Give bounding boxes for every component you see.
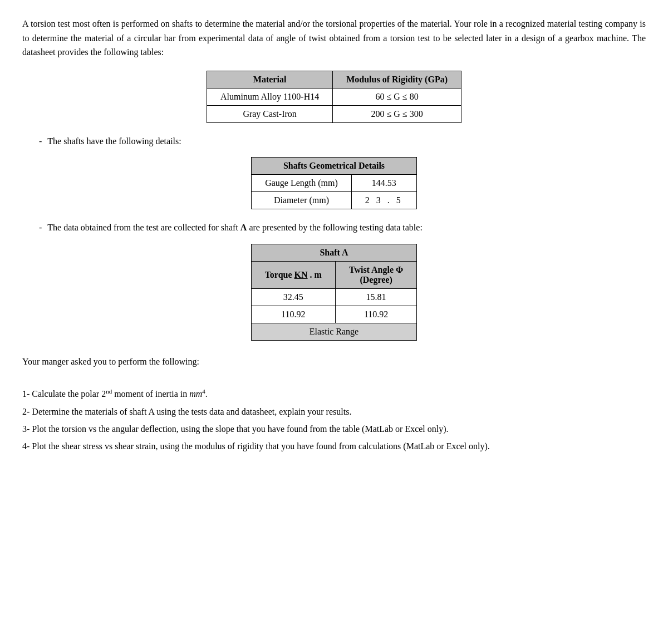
table-row: Diameter (mm) 2 3 . 5 — [252, 192, 417, 209]
material-cell: Aluminum Alloy 1100-H14 — [207, 88, 333, 105]
property-cell: Diameter (mm) — [252, 192, 352, 209]
question-4: 4- Plot the shear stress vs shear strain… — [22, 439, 646, 454]
material-col-header: Material — [207, 71, 333, 88]
intro-paragraph: A torsion test most often is performed o… — [22, 17, 646, 60]
shafts-table-header: Shafts Geometrical Details — [252, 158, 417, 175]
questions-intro: Your manger asked you to perform the fol… — [22, 354, 646, 369]
shafts-intro-text: The shafts have the following details: — [47, 134, 181, 149]
angle-cell: 15.81 — [335, 288, 416, 306]
shafts-table: Shafts Geometrical Details Gauge Length … — [251, 157, 417, 209]
table-row: Gray Cast-Iron 200 ≤ G ≤ 300 — [207, 105, 461, 122]
modulus-cell: 200 ≤ G ≤ 300 — [333, 105, 461, 122]
torque-cell: 32.45 — [251, 288, 335, 306]
shaft-a-table: Shaft A Torque KN . m Twist Angle Φ (Deg… — [251, 244, 418, 341]
table-row: Gauge Length (mm) 144.53 — [252, 175, 417, 192]
modulus-col-header: Modulus of Rigidity (GPa) — [333, 71, 461, 88]
torque-col-header: Torque KN . m — [251, 261, 335, 288]
bullet-dash: - — [39, 134, 42, 149]
table-row: Aluminum Alloy 1100-H14 60 ≤ G ≤ 80 — [207, 88, 461, 105]
question-1: 1- Calculate the polar 2nd moment of ine… — [22, 386, 646, 402]
data-intro-part1: The data obtained from the test are coll… — [47, 223, 240, 232]
bullet-dash-2: - — [39, 220, 42, 235]
data-intro-part2: are presented by the following testing d… — [247, 223, 422, 232]
data-section: - The data obtained from the test are co… — [39, 220, 646, 235]
material-table: Material Modulus of Rigidity (GPa) Alumi… — [207, 71, 461, 123]
table-row: 110.92 110.92 — [251, 306, 417, 323]
questions-section: Your manger asked you to perform the fol… — [22, 354, 646, 454]
shaft-a-table-header: Shaft A — [251, 244, 417, 261]
question-2: 2- Determine the materials of shaft A us… — [22, 404, 646, 419]
elastic-range-row: Elastic Range — [251, 323, 417, 340]
modulus-cell: 60 ≤ G ≤ 80 — [333, 88, 461, 105]
value-cell: 144.53 — [351, 175, 416, 192]
material-table-container: Material Modulus of Rigidity (GPa) Alumi… — [22, 71, 646, 123]
elastic-range-cell: Elastic Range — [251, 323, 417, 340]
value-cell-spaced: 2 3 . 5 — [351, 192, 416, 209]
angle-col-header: Twist Angle Φ (Degree) — [335, 261, 416, 288]
shaft-a-table-container: Shaft A Torque KN . m Twist Angle Φ (Deg… — [22, 244, 646, 341]
table-row: 32.45 15.81 — [251, 288, 417, 306]
data-intro-text: The data obtained from the test are coll… — [47, 220, 423, 235]
question-3: 3- Plot the torsion vs the angular defle… — [22, 421, 646, 436]
angle-cell: 110.92 — [335, 306, 416, 323]
shafts-table-container: Shafts Geometrical Details Gauge Length … — [22, 157, 646, 209]
shaft-a-label: A — [240, 223, 247, 232]
torque-cell: 110.92 — [251, 306, 335, 323]
shafts-section: - The shafts have the following details: — [39, 134, 646, 149]
property-cell: Gauge Length (mm) — [252, 175, 352, 192]
material-cell: Gray Cast-Iron — [207, 105, 333, 122]
